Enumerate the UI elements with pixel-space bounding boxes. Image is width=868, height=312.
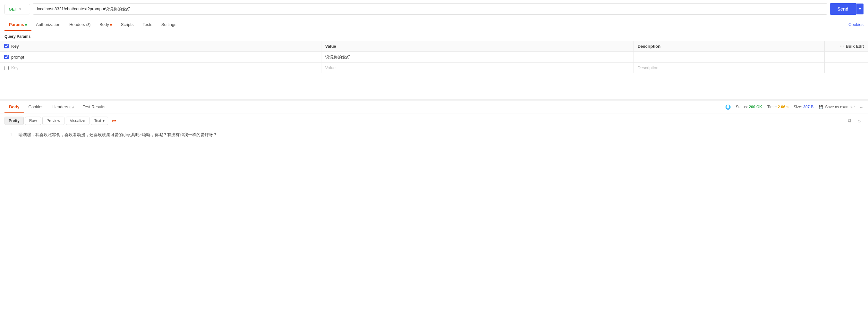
tab-body[interactable]: Body [95, 18, 117, 31]
save-as-example-button[interactable]: 💾 Save as example [818, 105, 855, 109]
params-table: Key Value Description ··· Bulk Edit prom… [0, 41, 868, 73]
send-button-group: Send ▾ [830, 3, 864, 15]
response-text: 唔嘿嘿，我喜欢吃零食，喜欢看动漫，还喜欢收集可爱的小玩具呢~嘻嘻，你呢？有没有和… [19, 133, 217, 137]
tab-tests[interactable]: Tests [138, 18, 157, 31]
status-value: 200 OK [749, 105, 762, 109]
format-toolbar: Pretty Raw Preview Visualize Text ▾ ⇌ ⧉ … [0, 113, 868, 128]
table-row: prompt 说说你的爱好 [0, 51, 868, 63]
response-tab-headers[interactable]: Headers (5) [48, 101, 78, 113]
response-tabs-bar: Body Cookies Headers (5) Test Results 🌐 … [0, 101, 868, 113]
row-checkbox[interactable] [4, 55, 9, 59]
select-all-checkbox[interactable] [4, 44, 9, 48]
tab-headers[interactable]: Headers (8) [65, 18, 95, 31]
visualize-button[interactable]: Visualize [66, 116, 90, 125]
row-key[interactable]: prompt [11, 55, 24, 60]
search-icon[interactable]: ⌕ [855, 116, 864, 125]
body-dot [110, 24, 112, 26]
cookies-link[interactable]: Cookies [848, 22, 864, 27]
line-number: 1 [4, 132, 12, 138]
empty-value-input[interactable]: Value [321, 63, 633, 73]
pretty-button[interactable]: Pretty [4, 116, 24, 125]
more-options-icon[interactable]: ··· [860, 104, 864, 109]
method-select[interactable]: GET ▾ [4, 4, 30, 14]
chevron-down-icon: ▾ [103, 118, 104, 123]
tab-authorization[interactable]: Authorization [31, 18, 65, 31]
status-label: Status: 200 OK [736, 105, 762, 109]
tab-params[interactable]: Params [4, 18, 31, 31]
filter-icon[interactable]: ⇌ [110, 116, 119, 125]
send-button[interactable]: Send [830, 3, 856, 15]
url-input[interactable]: localhost:8321/chat/context?prompt=说说你的爱… [33, 3, 827, 15]
preview-button[interactable]: Preview [42, 116, 64, 125]
copy-icon[interactable]: ⧉ [845, 116, 854, 125]
empty-row-checkbox[interactable] [4, 66, 9, 70]
bulk-edit-cell: ··· Bulk Edit [825, 41, 868, 51]
response-body-content: 1 唔嘿嘿，我喜欢吃零食，喜欢看动漫，还喜欢收集可爱的小玩具呢~嘻嘻，你呢？有没… [0, 128, 868, 143]
method-label: GET [9, 7, 17, 11]
tab-settings[interactable]: Settings [157, 18, 181, 31]
raw-button[interactable]: Raw [25, 116, 41, 125]
send-dropdown-button[interactable]: ▾ [856, 3, 864, 14]
table-row-empty: Key Value Description [0, 63, 868, 73]
tab-scripts[interactable]: Scripts [117, 18, 138, 31]
response-section: Body Cookies Headers (5) Test Results 🌐 … [0, 99, 868, 143]
text-type-select[interactable]: Text ▾ [91, 116, 108, 125]
save-icon: 💾 [818, 105, 824, 109]
value-column-header: Value [321, 41, 633, 51]
chevron-down-icon: ▾ [19, 7, 21, 11]
response-tab-cookies[interactable]: Cookies [24, 101, 48, 113]
params-dot [25, 24, 27, 26]
description-column-header: Description [633, 41, 825, 51]
empty-key-input[interactable]: Key [11, 65, 18, 70]
globe-icon: 🌐 [725, 104, 731, 109]
size-label: Size: 307 B [794, 105, 813, 109]
response-meta: 🌐 Status: 200 OK Time: 2.06 s Size: 307 … [725, 104, 864, 109]
ellipsis-icon[interactable]: ··· [840, 43, 844, 49]
row-value[interactable]: 说说你的爱好 [321, 51, 633, 63]
time-label: Time: 2.06 s [767, 105, 788, 109]
request-tabs: Params Authorization Headers (8) Body Sc… [0, 18, 868, 31]
empty-description-input[interactable]: Description [633, 63, 825, 73]
key-column-header: Key [0, 41, 321, 51]
response-tab-test-results[interactable]: Test Results [78, 101, 110, 113]
response-tab-body[interactable]: Body [4, 101, 24, 113]
row-description [633, 51, 825, 63]
url-bar: GET ▾ localhost:8321/chat/context?prompt… [0, 0, 868, 18]
query-params-label: Query Params [0, 31, 868, 41]
